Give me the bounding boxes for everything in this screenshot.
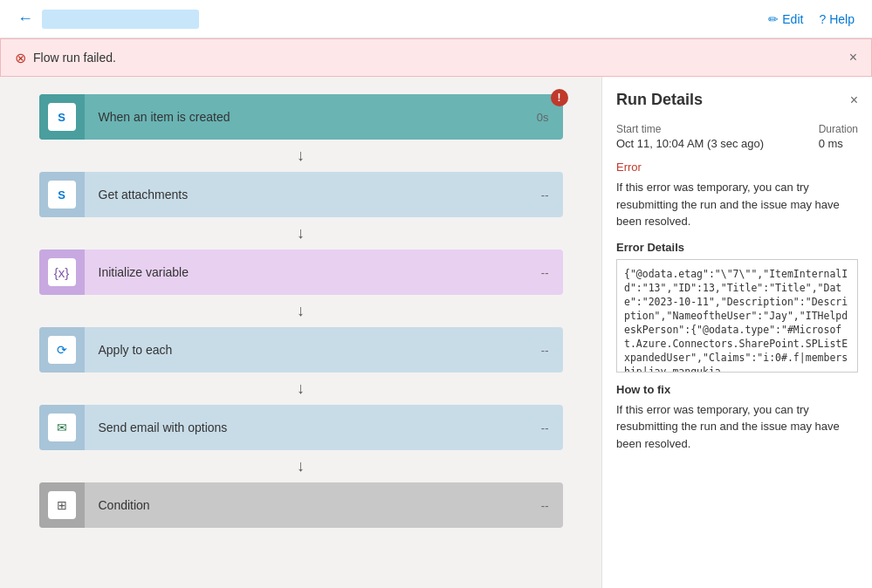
step-init-var-status: -- [527, 266, 563, 279]
how-to-fix-text: If this error was temporary, you can try… [616, 401, 858, 453]
help-icon: ? [819, 12, 826, 26]
step-trigger-icon: S [39, 94, 85, 140]
flow-title [42, 10, 199, 29]
back-button[interactable]: ← [17, 10, 33, 28]
step-send-email-status: -- [527, 421, 563, 434]
panel-title: Run Details [616, 91, 703, 109]
sharepoint-icon: S [48, 103, 76, 131]
step-apply-each-status: -- [527, 344, 563, 357]
panel-header: Run Details × [616, 91, 858, 109]
top-bar: ← ✏ Edit ? Help [0, 0, 872, 38]
step-send-email-label: Send email with options [85, 420, 527, 434]
step-trigger[interactable]: S When an item is created 0s ! [39, 94, 563, 140]
connector-4: ↓ [39, 450, 563, 482]
edit-button[interactable]: ✏ Edit [768, 12, 803, 26]
error-label: Error [616, 161, 858, 174]
step-init-var-icon: {x} [39, 250, 85, 295]
step-condition-label: Condition [85, 498, 527, 512]
panel-close-button[interactable]: × [850, 92, 858, 108]
step-get-attach-label: Get attachments [85, 188, 527, 202]
error-details-label: Error Details [616, 241, 858, 254]
variable-icon: {x} [48, 258, 76, 286]
step-init-var-label: Initialize variable [85, 265, 527, 279]
error-badge: ! [551, 89, 568, 106]
main-layout: S When an item is created 0s ! ↓ S Get a… [0, 77, 872, 588]
start-time-value: Oct 11, 10:04 AM (3 sec ago) [616, 137, 764, 150]
step-condition-status: -- [527, 499, 563, 512]
step-condition[interactable]: ⊞ Condition -- [39, 482, 563, 528]
error-banner: ⊗ Flow run failed. × [0, 38, 872, 77]
step-condition-icon: ⊞ [39, 482, 85, 528]
top-bar-left: ← [17, 10, 199, 29]
error-banner-close[interactable]: × [849, 50, 857, 65]
connector-2: ↓ [39, 295, 563, 327]
duration-value: 0 ms [819, 137, 858, 150]
step-apply-to-each[interactable]: ⟳ Apply to each -- [39, 327, 563, 373]
condition-icon: ⊞ [48, 491, 76, 519]
start-time-col: Start time Oct 11, 10:04 AM (3 sec ago) [616, 123, 764, 150]
edit-icon: ✏ [768, 12, 779, 26]
duration-label: Duration [819, 123, 858, 135]
error-details-box[interactable]: {"@odata.etag":"\"7\"","ItemInternalId":… [616, 259, 858, 373]
edit-label: Edit [782, 12, 803, 26]
duration-col: Duration 0 ms [819, 123, 858, 150]
sharepoint-icon-2: S [48, 181, 76, 209]
step-trigger-status: 0s [523, 111, 563, 124]
start-time-label: Start time [616, 123, 764, 135]
error-banner-left: ⊗ Flow run failed. [15, 50, 116, 66]
start-duration-row: Start time Oct 11, 10:04 AM (3 sec ago) … [616, 123, 858, 150]
step-get-attachments[interactable]: S Get attachments -- [39, 172, 563, 217]
how-to-fix-label: How to fix [616, 383, 858, 396]
error-banner-message: Flow run failed. [33, 51, 116, 65]
help-button[interactable]: ? Help [819, 12, 855, 26]
connector-3: ↓ [39, 373, 563, 405]
step-send-email-icon: ✉ [39, 405, 85, 450]
step-apply-each-label: Apply to each [85, 343, 527, 357]
step-trigger-label: When an item is created [85, 110, 523, 124]
connector-1: ↓ [39, 217, 563, 250]
loop-icon: ⟳ [48, 336, 76, 364]
step-send-email[interactable]: ✉ Send email with options -- [39, 405, 563, 450]
connector-0: ↓ [39, 140, 563, 172]
step-init-variable[interactable]: {x} Initialize variable -- [39, 250, 563, 295]
top-bar-right: ✏ Edit ? Help [768, 12, 855, 26]
step-get-attach-icon: S [39, 172, 85, 217]
help-label: Help [829, 12, 855, 26]
run-details-panel: Run Details × Start time Oct 11, 10:04 A… [601, 77, 872, 588]
error-circle-icon: ⊗ [15, 50, 26, 66]
step-apply-each-icon: ⟳ [39, 327, 85, 373]
email-icon: ✉ [48, 414, 76, 441]
step-get-attach-status: -- [527, 188, 563, 202]
error-section: Error If this error was temporary, you c… [616, 161, 858, 230]
flow-canvas: S When an item is created 0s ! ↓ S Get a… [0, 77, 601, 588]
error-description: If this error was temporary, you can try… [616, 179, 858, 230]
